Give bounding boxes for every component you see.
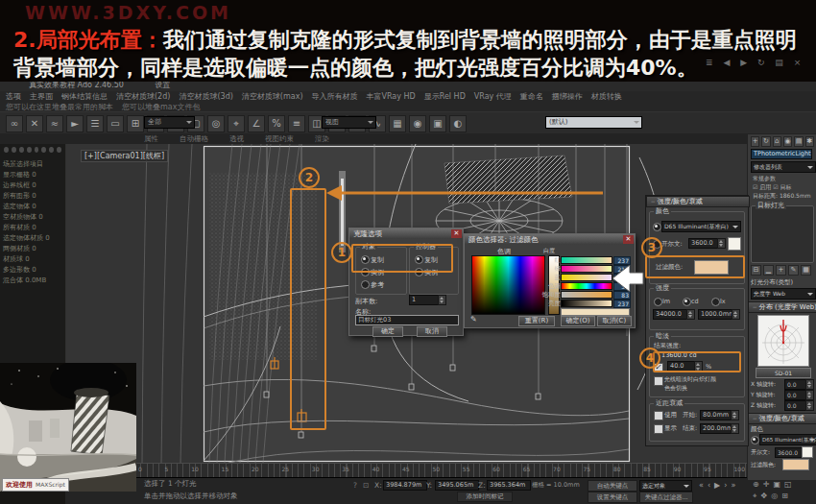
pin-stack-icon[interactable]: ⊟ <box>751 265 761 276</box>
stack-row[interactable]: ☑ 启用 ☑ 目标 <box>751 182 814 191</box>
rollout-distribution-header[interactable]: 分布 (光度学 Web) <box>748 301 816 313</box>
auto-key-button[interactable]: 自动关键点 <box>588 480 637 492</box>
z-rotation-spinner[interactable] <box>805 400 814 411</box>
zoom-region-icon[interactable]: ◱ <box>784 480 792 489</box>
display-tab-icon[interactable]: ▤ <box>794 136 803 147</box>
web-file-button[interactable]: SD-01 <box>756 368 811 378</box>
z-coord-field[interactable]: 3965.364m <box>487 480 531 491</box>
go-end-icon[interactable]: » <box>731 481 735 490</box>
x-rotation-spinner[interactable] <box>805 379 814 390</box>
menu-item[interactable]: 清空材质球(max) <box>242 91 303 102</box>
timeline-ruler[interactable]: 0510152025303540455055606570758085909510… <box>134 463 749 478</box>
help-icon[interactable]: ? <box>353 481 357 490</box>
snap-toggle-icon[interactable]: ⌖ <box>228 115 245 132</box>
y-rotation-spinner[interactable] <box>805 390 814 400</box>
y-coord-field[interactable]: 3495.065m <box>435 480 479 491</box>
color-preset-dropdown-2[interactable]: D65 Illuminant(基准白) <box>759 434 816 445</box>
near-use-checkbox[interactable] <box>654 411 663 420</box>
red-slider[interactable] <box>561 256 612 264</box>
named-selection-combo[interactable]: (默认) <box>545 116 642 129</box>
clone-name-field[interactable]: 目标灯光03 <box>355 315 459 325</box>
subtoolbar-item[interactable]: 渲染 <box>315 133 329 144</box>
cancel-button[interactable]: 取消(C) <box>597 316 632 326</box>
maxscript-mini-listener[interactable]: 欢迎使用MAXScript <box>2 478 69 492</box>
menu-item[interactable]: 导入所有材质 <box>312 91 358 102</box>
intensity-field[interactable]: 34000.0 <box>653 309 690 320</box>
value-slider[interactable] <box>561 300 612 307</box>
remove-modifier-icon[interactable]: ✎ <box>788 265 799 276</box>
color-picker-pen-icon[interactable]: ✎ <box>470 315 477 324</box>
green-slider[interactable] <box>561 265 612 273</box>
make-unique-icon[interactable]: + <box>776 265 786 276</box>
kelvin-field[interactable]: 3600.0 <box>688 238 719 249</box>
modify-tab-icon[interactable]: ↻ <box>761 136 770 147</box>
motion-tab-icon[interactable]: ◉ <box>783 136 792 147</box>
rollout-intensity-header[interactable]: 强度/颜色/衰减 <box>646 196 750 207</box>
selection-filter-combo[interactable]: 全部 <box>144 116 195 129</box>
viewport-label[interactable]: [+][Camera01][线框] <box>81 150 168 162</box>
kelvin-swatch-2[interactable] <box>802 446 813 458</box>
near-end-field[interactable]: 200.0mm <box>700 423 734 434</box>
stack-row[interactable]: 目标距离: 1860.5mm <box>751 191 814 200</box>
saturation-value[interactable]: 83 <box>613 291 631 300</box>
subtoolbar-item[interactable]: 视图约束 <box>265 133 294 144</box>
maximize-viewport-icon[interactable]: ⊞ <box>781 492 788 501</box>
color-dialog-titlebar[interactable]: 颜色选择器: 过滤颜色 ✕ <box>465 234 635 245</box>
cancel-button[interactable]: 取消 <box>417 326 447 337</box>
menu-item[interactable]: 钢体结算信息 <box>61 91 108 102</box>
menu-item[interactable]: 重命名 <box>520 91 543 102</box>
schematic-view-icon[interactable]: ▦ <box>389 115 406 132</box>
kelvin-spinner[interactable] <box>717 238 726 249</box>
utilities-tab-icon[interactable]: ✱ <box>805 136 814 147</box>
menu-item[interactable]: 捆绑操作 <box>552 91 583 102</box>
show-end-result-icon[interactable]: ▁ <box>763 265 774 276</box>
angle-snap-icon[interactable]: ∠ <box>248 115 265 132</box>
add-time-tag[interactable]: 添加时间标记 <box>457 492 513 502</box>
modifier-stack[interactable]: 常规参数 ☑ 启用 ☑ 目标 目标距离: 1860.5mm <box>751 174 814 200</box>
use-pivot-icon[interactable]: ◎ <box>207 115 225 132</box>
stack-row[interactable]: 常规参数 <box>751 174 814 182</box>
render-setup-icon[interactable]: ▣ <box>429 115 446 132</box>
intensity-spinner[interactable] <box>686 309 695 320</box>
select-link-icon[interactable]: ∞ <box>6 115 23 132</box>
rollout-intensity-header-2[interactable]: 强度/颜色/衰减 <box>748 413 816 424</box>
selection-mode-dropdown[interactable]: 选定对象 <box>639 480 692 492</box>
copies-spinner[interactable] <box>438 295 446 305</box>
hierarchy-tab-icon[interactable]: ⌂ <box>773 136 781 147</box>
object-reference-radio[interactable] <box>361 280 370 289</box>
near-end-spinner[interactable] <box>731 423 739 434</box>
object-name-field[interactable]: TPhotometricLight02 <box>751 149 812 159</box>
copies-field[interactable]: 1 <box>409 295 442 305</box>
render-icon[interactable]: ◐ <box>449 115 467 132</box>
menu-item[interactable]: 清空材质球(3d) <box>179 91 232 102</box>
fov-icon[interactable]: ⌖ <box>753 492 757 501</box>
hue-saturation-field[interactable] <box>471 255 545 315</box>
spinner-snap-icon[interactable]: ≡ <box>288 115 305 132</box>
hue-slider[interactable] <box>561 282 612 290</box>
preset-radio-2[interactable] <box>751 436 759 444</box>
prev-frame-icon[interactable]: ‹ <box>708 481 710 490</box>
red-value[interactable]: 237 <box>613 256 631 265</box>
select-object-icon[interactable]: ► <box>66 115 84 132</box>
play-icon[interactable]: ▶ <box>714 481 720 490</box>
subtoolbar-item[interactable]: 自动栅格 <box>180 133 208 144</box>
bind-spacewarp-icon[interactable]: ≈ <box>46 115 63 132</box>
orbit-icon[interactable]: ◎ <box>771 492 778 501</box>
create-tab-icon[interactable]: + <box>751 136 759 147</box>
ok-button[interactable]: 确定(O) <box>561 316 595 326</box>
green-value[interactable]: 212 <box>613 265 631 274</box>
color-preset-dropdown[interactable]: D65 Illuminant(基准白) <box>661 221 741 232</box>
menu-item[interactable]: 主界面 <box>30 91 53 102</box>
material-editor-icon[interactable]: ◉ <box>409 115 426 132</box>
panel-toolbar-icons[interactable] <box>0 144 65 156</box>
saturation-slider[interactable] <box>561 291 612 299</box>
filter-swatch-2[interactable] <box>782 459 809 470</box>
region-select-icon[interactable]: ▭ <box>107 115 124 132</box>
ok-button[interactable]: 确定 <box>372 326 403 337</box>
configure-icon[interactable]: ▦ <box>801 265 811 276</box>
clone-dialog-titlebar[interactable]: 克隆选项 ✕ <box>349 228 463 239</box>
zoom-all-icon[interactable]: ✛ <box>763 480 770 489</box>
reference-coordsys-combo[interactable]: 视图 <box>322 116 376 129</box>
reset-button[interactable]: 重置(R) <box>518 316 555 326</box>
modifier-list-dropdown[interactable]: 修改器列表 <box>751 161 816 173</box>
